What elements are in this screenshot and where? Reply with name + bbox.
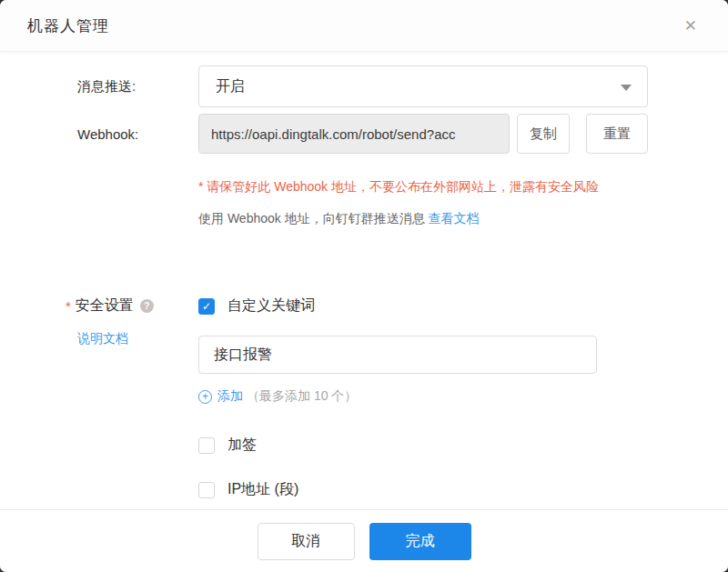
dialog-body: 消息推送: 开启 Webhook: 复制 重置 * 请保管好此 Webhook … [0,52,728,499]
add-keyword-row: + 添加 （最多添加 10 个） [198,388,597,405]
webhook-warning-text: * 请保管好此 Webhook 地址，不要公布在外部网站上，泄露有安全风险 [198,177,599,196]
dialog-footer: 取消 完成 [0,509,728,572]
security-content: ✓ 自定义关键词 + 添加 （最多添加 10 个） ✓ 加签 [198,296,597,499]
required-asterisk: * [66,298,71,314]
keyword-check-row: ✓ 自定义关键词 [198,296,597,316]
copy-button[interactable]: 复制 [517,114,570,154]
warning-row: * 请保管好此 Webhook 地址，不要公布在外部网站上，泄露有安全风险 [0,177,728,196]
add-keyword-link[interactable]: 添加 [217,388,243,405]
check-icon: ✓ [202,301,211,312]
webhook-usage-text: 使用 Webhook 地址，向钉钉群推送消息 [198,211,425,226]
robot-management-dialog: 机器人管理 ✕ 消息推送: 开启 Webhook: 复制 重置 * 请保管好此 … [0,0,728,572]
keyword-checkbox-label: 自定义关键词 [228,296,315,316]
confirm-button[interactable]: 完成 [369,523,471,560]
webhook-label: Webhook: [77,126,198,142]
sign-check-row: ✓ 加签 [198,436,597,455]
webhook-input[interactable] [198,114,510,154]
push-row: 消息推送: 开启 [0,65,728,107]
security-label-column: * 安全设置 ? 说明文档 [77,296,198,347]
ip-check-row: ✓ IP地址 (段) [198,480,597,499]
chevron-down-icon [621,85,632,91]
security-label-text: 安全设置 [76,296,134,316]
reset-button[interactable]: 重置 [586,114,648,154]
security-label: * 安全设置 ? [66,296,198,316]
cancel-button[interactable]: 取消 [258,523,355,560]
sign-checkbox-label: 加签 [228,436,257,455]
keyword-input[interactable] [198,336,597,374]
help-icon[interactable]: ? [140,299,154,313]
add-keyword-hint: （最多添加 10 个） [247,388,357,405]
view-docs-link[interactable]: 查看文档 [429,211,480,226]
keyword-checkbox[interactable]: ✓ [198,298,215,315]
close-icon[interactable]: ✕ [681,15,701,37]
add-circle-icon[interactable]: + [198,390,212,404]
dialog-header: 机器人管理 ✕ [0,0,728,52]
webhook-row: Webhook: 复制 重置 [0,114,728,154]
webhook-controls: 复制 重置 [198,114,648,154]
security-doc-link[interactable]: 说明文档 [77,331,128,347]
page-title: 机器人管理 [27,15,109,36]
usage-row: 使用 Webhook 地址，向钉钉群推送消息 查看文档 [0,209,728,227]
push-select[interactable]: 开启 [198,65,648,107]
push-label: 消息推送: [77,78,198,95]
security-section: * 安全设置 ? 说明文档 ✓ 自定义关键词 + 添加 （最多添加 10 [0,296,728,499]
push-select-value: 开启 [216,77,245,96]
sign-checkbox[interactable]: ✓ [198,437,215,454]
ip-checkbox[interactable]: ✓ [198,482,215,498]
webhook-usage: 使用 Webhook 地址，向钉钉群推送消息 查看文档 [198,209,480,227]
ip-checkbox-label: IP地址 (段) [228,480,298,499]
